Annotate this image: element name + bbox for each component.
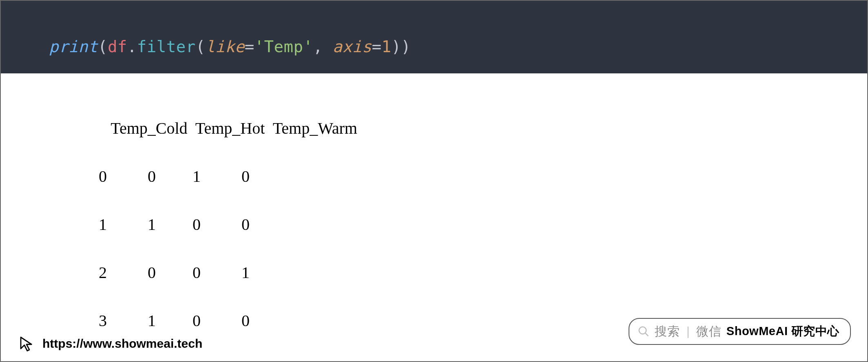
search-pill: 搜索 | 微信 ShowMeAI 研究中心 bbox=[629, 318, 851, 345]
code-token-axis-kw: axis bbox=[332, 38, 372, 56]
output-row: 0 0 1 0 bbox=[99, 169, 867, 184]
output-header: Temp_Cold Temp_Hot Temp_Warm bbox=[99, 121, 867, 136]
cursor-icon bbox=[18, 335, 35, 352]
code-token-rparen2: ) bbox=[391, 38, 401, 56]
pill-divider: | bbox=[686, 324, 690, 338]
code-token-like-val: 'Temp' bbox=[255, 38, 313, 56]
footer: https://www.showmeai.tech bbox=[18, 335, 202, 352]
code-token-axis-val: 1 bbox=[381, 38, 391, 56]
code-token-df: df bbox=[108, 38, 127, 56]
code-token-eq2: = bbox=[372, 38, 381, 56]
code-token-comma: , bbox=[313, 38, 333, 56]
code-token-filter: filter bbox=[137, 38, 196, 56]
code-token-rparen1: ) bbox=[401, 38, 411, 56]
pill-text-wechat: 微信 bbox=[696, 323, 722, 340]
pill-text-brand: ShowMeAI 研究中心 bbox=[726, 323, 839, 340]
output-row: 1 1 0 0 bbox=[99, 217, 867, 232]
svg-line-1 bbox=[645, 333, 649, 336]
pill-text-search: 搜索 bbox=[655, 323, 680, 340]
code-token-lparen1: ( bbox=[98, 38, 108, 56]
code-token-print: print bbox=[49, 38, 98, 56]
code-token-dot: . bbox=[127, 38, 137, 56]
output-row: 2 0 0 1 bbox=[99, 265, 867, 280]
code-token-like-kw: like bbox=[206, 38, 245, 56]
code-token-lparen2: ( bbox=[196, 38, 206, 56]
code-panel: print(df.filter(like='Temp', axis=1)) bbox=[1, 1, 867, 73]
footer-url: https://www.showmeai.tech bbox=[42, 337, 202, 351]
svg-point-0 bbox=[639, 327, 647, 334]
document-frame: print(df.filter(like='Temp', axis=1)) Te… bbox=[0, 0, 868, 362]
search-icon bbox=[638, 325, 650, 338]
code-token-eq1: = bbox=[245, 38, 255, 56]
